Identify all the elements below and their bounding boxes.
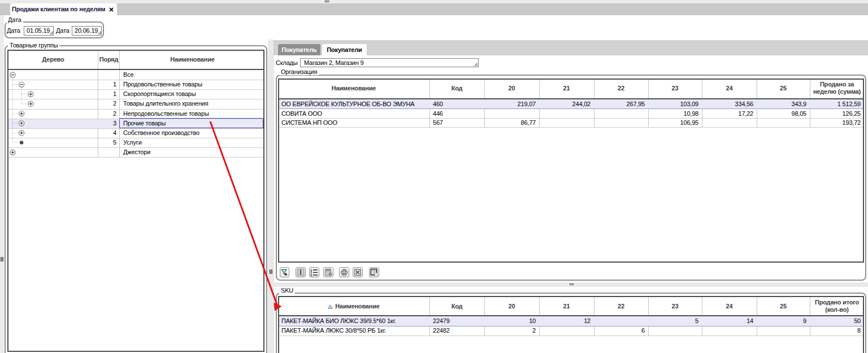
svg-text:3: 3 (310, 273, 312, 277)
